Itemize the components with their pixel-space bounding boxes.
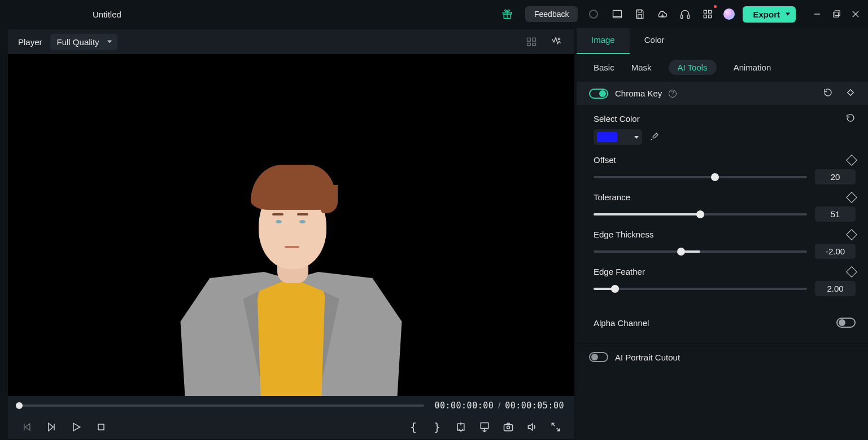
scrub-track[interactable] [18,404,424,407]
svg-rect-29 [98,424,104,430]
reset-select-color-icon[interactable] [845,113,856,125]
prev-frame-icon[interactable] [20,421,33,433]
svg-marker-28 [73,423,80,430]
tab-ai-tools[interactable]: AI Tools [669,60,717,75]
preview-canvas[interactable] [8,54,574,396]
offset-value[interactable]: 20 [815,169,856,184]
mark-in-icon[interactable]: { [407,421,420,433]
svg-rect-21 [527,43,531,46]
tolerance-value[interactable]: 51 [815,206,856,222]
svg-rect-6 [638,15,642,19]
edge-feather-label: Edge Feather [594,267,645,276]
quality-select[interactable]: Full Quality [50,34,117,50]
duration: 00:00:05:00 [505,401,564,411]
edge-thickness-thumb[interactable] [677,248,685,256]
tab-color[interactable]: Color [630,28,679,54]
tolerance-label: Tolerance [594,192,630,202]
edge-feather-keyframe-icon[interactable] [846,266,857,278]
headphones-icon[interactable] [677,6,693,22]
project-title: Untitled [93,10,121,19]
tolerance-thumb[interactable] [696,210,704,218]
play-next-icon[interactable] [45,421,58,433]
fullscreen-icon[interactable] [549,421,562,433]
window-minimize-icon[interactable] [813,10,822,19]
ai-portrait-cutout-toggle[interactable] [589,352,608,362]
snapshot-icon[interactable] [502,421,514,433]
chroma-key-toggle[interactable] [589,89,608,99]
svg-rect-13 [709,15,712,18]
svg-point-23 [558,38,560,39]
tab-basic[interactable]: Basic [594,63,614,72]
svg-rect-39 [848,90,854,96]
offset-keyframe-icon[interactable] [846,155,857,166]
tab-image[interactable]: Image [577,28,630,54]
edge-feather-value[interactable]: 2.00 [815,281,856,296]
svg-rect-10 [704,10,707,13]
svg-marker-26 [49,423,53,430]
edge-feather-thumb[interactable] [611,285,619,293]
offset-slider[interactable] [594,176,807,178]
tab-mask[interactable]: Mask [631,63,652,72]
save-icon[interactable] [632,6,648,22]
tolerance-keyframe-icon[interactable] [846,192,857,203]
grid-view-icon[interactable] [524,34,539,50]
picture-in-picture-icon[interactable] [548,34,564,50]
svg-rect-11 [709,10,712,13]
volume-icon[interactable] [526,421,538,433]
apps-grid-icon[interactable] [700,6,716,22]
select-color-label: Select Color [594,114,640,124]
reset-icon[interactable] [823,87,833,99]
alpha-channel-label: Alpha Channel [594,318,649,328]
help-icon[interactable]: ? [669,90,677,98]
stop-icon[interactable] [95,421,107,433]
svg-rect-32 [481,423,488,429]
alpha-channel-toggle[interactable] [836,318,856,328]
mark-out-icon[interactable]: } [431,421,443,433]
svg-point-35 [507,426,510,429]
feedback-button[interactable]: Feedback [525,6,578,22]
svg-rect-12 [704,15,707,18]
svg-rect-16 [835,11,840,16]
edge-thickness-value[interactable]: -2.00 [815,244,856,259]
keyframe-all-icon[interactable] [845,87,856,99]
svg-rect-20 [533,38,536,41]
preview-subject [178,153,404,396]
gift-icon[interactable] [499,6,515,22]
svg-marker-36 [528,424,533,430]
svg-rect-22 [533,43,536,46]
current-time: 00:00:00:00 [434,401,494,411]
svg-marker-25 [25,424,30,430]
export-button[interactable]: Export [743,6,796,23]
svg-rect-9 [688,15,690,19]
svg-rect-19 [527,38,531,41]
time-separator: / [498,401,500,410]
layout-icon[interactable] [609,6,625,22]
window-maximize-icon[interactable] [832,10,841,19]
tolerance-slider[interactable] [594,213,807,215]
scrub-thumb[interactable] [16,402,23,409]
edge-thickness-keyframe-icon[interactable] [846,229,857,240]
play-icon[interactable] [70,421,82,433]
offset-thumb[interactable] [711,173,719,181]
edge-feather-slider[interactable] [594,288,807,290]
player-label: Player [18,37,42,47]
edge-thickness-label: Edge Thickness [594,230,653,239]
window-close-icon[interactable] [851,10,860,19]
svg-rect-15 [834,12,839,17]
svg-rect-34 [504,425,513,431]
edge-thickness-slider[interactable] [594,250,807,253]
eyedropper-icon[interactable] [650,132,659,143]
color-picker[interactable] [594,129,642,145]
cloud-download-icon[interactable] [655,6,670,22]
record-indicator-icon [589,10,598,19]
chroma-key-label: Chroma Key [615,89,662,98]
crop-icon[interactable] [455,421,467,433]
avatar[interactable] [723,8,735,20]
expand-down-icon[interactable] [478,421,491,433]
svg-rect-5 [638,10,642,12]
tab-animation[interactable]: Animation [734,63,771,72]
ai-portrait-cutout-label: AI Portrait Cutout [615,353,680,362]
chevron-down-icon [634,136,639,139]
svg-rect-8 [681,15,683,19]
color-swatch [597,132,617,142]
